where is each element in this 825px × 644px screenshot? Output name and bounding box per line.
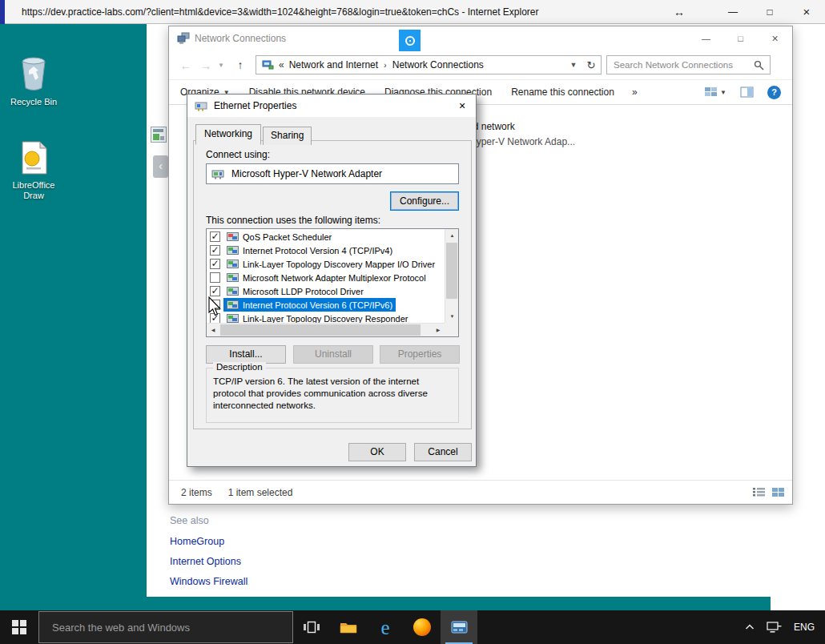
connection-items-listbox[interactable]: ✓QoS Packet Scheduler✓Internet Protocol …	[206, 228, 459, 337]
description-groupbox: Description TCP/IP version 6. The latest…	[206, 368, 459, 423]
forward-button[interactable]: →	[196, 58, 215, 72]
network-connections-icon	[177, 32, 190, 47]
window-controls: — □ ×	[689, 26, 792, 50]
item-select-area[interactable]: Link-Layer Topology Discovery Mapper I/O…	[223, 257, 438, 271]
task-view-button[interactable]	[293, 610, 330, 644]
link-homegroup[interactable]: HomeGroup	[170, 536, 248, 547]
connection-item-row[interactable]: Microsoft Network Adapter Multiplexor Pr…	[207, 271, 445, 284]
preview-pane-button[interactable]	[740, 87, 754, 98]
link-windows-firewall[interactable]: Windows Firewall	[170, 576, 248, 587]
tray-expand-icon[interactable]	[745, 624, 755, 630]
ok-button[interactable]: OK	[348, 443, 406, 461]
desktop-icon-libreoffice-draw[interactable]: LibreOffice Draw	[5, 141, 62, 201]
item-checkbox[interactable]	[210, 300, 220, 310]
up-button[interactable]: ↑	[230, 58, 251, 71]
dialog-titlebar[interactable]: Ethernet Properties ×	[187, 95, 476, 117]
dialog-close-button[interactable]: ×	[449, 99, 476, 112]
more-commands-button[interactable]: »	[632, 87, 638, 98]
taskbar-search-input[interactable]: Search the web and Windows	[38, 611, 293, 643]
network-adapter-icon	[211, 169, 225, 179]
side-panel-icon[interactable]	[151, 127, 167, 143]
configure-button[interactable]: Configure...	[390, 191, 459, 211]
desktop-icon-recycle-bin[interactable]: Recycle Bin	[5, 56, 62, 107]
window-minimize-button[interactable]: —	[689, 26, 723, 50]
item-select-area[interactable]: Microsoft Network Adapter Multiplexor Pr…	[223, 271, 429, 284]
item-select-area[interactable]: Internet Protocol Version 6 (TCP/IPv6)	[223, 298, 396, 312]
browser-maximize-button[interactable]: □	[751, 0, 788, 24]
connection-item-row[interactable]: Internet Protocol Version 6 (TCP/IPv6)	[207, 298, 445, 312]
file-explorer-button[interactable]	[330, 610, 367, 644]
cancel-button[interactable]: Cancel	[414, 443, 472, 461]
item-checkbox[interactable]	[210, 272, 220, 283]
breadcrumb-collapse[interactable]: «	[279, 59, 284, 70]
address-dropdown-icon[interactable]: ▼	[565, 61, 582, 69]
item-checkbox[interactable]: ✓	[210, 231, 220, 242]
browser-titlebar[interactable]: https://dev.practice-labs.com/?client=ht…	[0, 0, 825, 24]
item-select-area[interactable]: Internet Protocol Version 4 (TCP/IPv4)	[223, 244, 396, 257]
language-indicator[interactable]: ENG	[794, 622, 815, 633]
thumbnail-view-toggle[interactable]	[771, 487, 785, 497]
window-maximize-button[interactable]: □	[723, 26, 758, 50]
connection-item-row[interactable]: ✓Internet Protocol Version 4 (TCP/IPv4)	[207, 244, 445, 257]
item-checkbox[interactable]: ✓	[210, 259, 220, 269]
horizontal-scrollbar[interactable]: ◀ ▶	[207, 323, 445, 336]
ethernet-properties-dialog: Ethernet Properties × Networking Sharing…	[187, 94, 477, 467]
help-button[interactable]: ?	[767, 86, 781, 99]
lab-widget-button[interactable]	[399, 30, 421, 51]
start-button[interactable]	[0, 610, 38, 644]
ethernet-adapter-icon	[195, 100, 207, 111]
connection-item-row[interactable]: ✓Microsoft LLDP Protocol Driver	[207, 284, 445, 298]
firefox-button[interactable]	[404, 610, 441, 644]
scroll-left-icon[interactable]: ◀	[207, 324, 219, 337]
browser-window-edge	[0, 0, 5, 24]
item-checkbox[interactable]: ✓	[210, 245, 220, 256]
refresh-icon[interactable]: ↻	[582, 59, 601, 71]
item-checkbox[interactable]: ✓	[210, 286, 220, 296]
scroll-right-icon[interactable]: ▶	[432, 324, 445, 337]
item-select-area[interactable]: Link-Layer Topology Discovery Responder	[223, 312, 411, 323]
status-bar: 2 items 1 item selected	[169, 480, 792, 504]
side-panel-collapse-tab[interactable]: ‹	[153, 155, 168, 178]
item-select-area[interactable]: QoS Packet Scheduler	[223, 230, 335, 244]
install-button[interactable]: Install...	[206, 345, 286, 364]
item-checkbox[interactable]: ✓	[210, 313, 220, 323]
active-app-button[interactable]	[441, 610, 477, 644]
internet-explorer-button[interactable]: e	[367, 610, 404, 644]
protocol-icon	[227, 246, 239, 255]
browser-minimize-button[interactable]: —	[714, 0, 751, 24]
tab-networking[interactable]: Networking	[195, 124, 261, 145]
recent-locations-dropdown[interactable]: ▼	[215, 62, 227, 69]
tab-sharing[interactable]: Sharing	[263, 127, 312, 145]
window-titlebar[interactable]: Network Connections — □ ×	[169, 26, 792, 50]
description-label: Description	[213, 362, 266, 372]
desktop-icon-label: Recycle Bin	[5, 97, 62, 107]
protocol-icon	[227, 232, 239, 241]
item-select-area[interactable]: Microsoft LLDP Protocol Driver	[223, 284, 367, 298]
horizontal-scroll-thumb[interactable]	[220, 324, 421, 336]
scrollbar-corner	[445, 323, 458, 336]
taskbar: Search the web and Windows e	[0, 610, 825, 644]
connection-item-row[interactable]: ✓QoS Packet Scheduler	[207, 230, 445, 244]
breadcrumb-network-and-internet[interactable]: Network and Internet	[284, 59, 378, 70]
link-internet-options[interactable]: Internet Options	[170, 556, 248, 567]
explorer-search-input[interactable]: Search Network Connections	[606, 55, 771, 74]
details-view-toggle[interactable]	[752, 487, 766, 497]
window-close-button[interactable]: ×	[758, 26, 792, 50]
rename-connection-button[interactable]: Rename this connection	[511, 87, 614, 98]
connection-item-row[interactable]: ✓Link-Layer Topology Discovery Mapper I/…	[207, 257, 445, 271]
browser-close-button[interactable]: ×	[788, 0, 825, 24]
scroll-up-icon[interactable]: ▲	[445, 229, 459, 242]
connection-item-row[interactable]: ✓Link-Layer Topology Discovery Responder	[207, 312, 445, 323]
network-tray-icon[interactable]	[767, 622, 782, 633]
breadcrumb-network-connections[interactable]: Network Connections	[392, 59, 484, 70]
back-button[interactable]: ←	[175, 58, 196, 72]
address-bar[interactable]: « Network and Internet › Network Connect…	[256, 55, 602, 74]
scroll-down-icon[interactable]: ▼	[445, 310, 459, 323]
window-title: Network Connections	[195, 26, 286, 50]
side-panel-icon-bar	[153, 129, 163, 132]
vertical-scrollbar[interactable]: ▲ ▼	[445, 229, 458, 323]
vertical-scroll-thumb[interactable]	[446, 243, 457, 299]
change-view-button[interactable]: ▼	[704, 87, 726, 98]
item-label: Microsoft LLDP Protocol Driver	[243, 287, 364, 296]
selection-count: 1 item selected	[228, 487, 293, 498]
